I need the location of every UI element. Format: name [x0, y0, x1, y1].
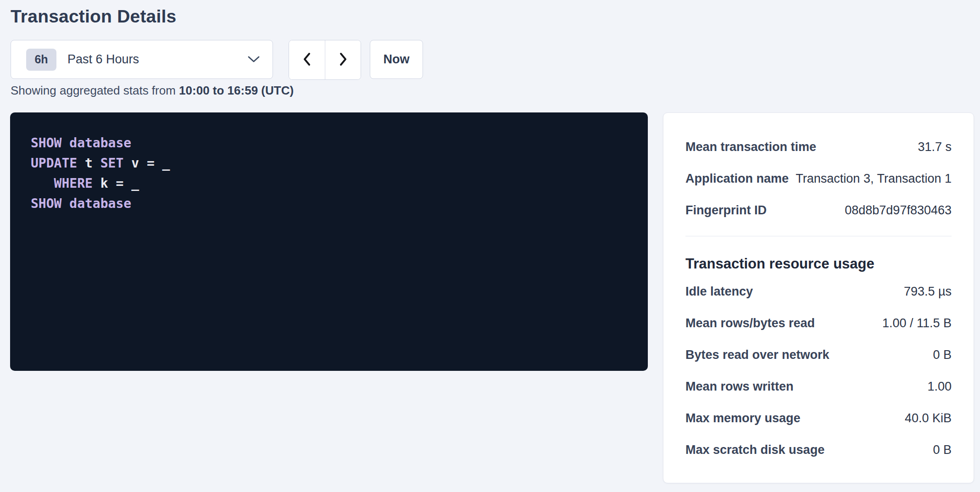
stat-value: 793.5 µs: [904, 285, 952, 299]
transaction-sql-box: SHOW database UPDATE t SET v = _ WHERE k…: [10, 112, 648, 371]
sql-statements: SHOW database UPDATE t SET v = _ WHERE k…: [31, 133, 629, 214]
stat-label: Mean transaction time: [685, 140, 816, 154]
sql-text: v = _: [123, 156, 170, 171]
sql-keyword: SHOW: [31, 196, 61, 211]
stat-value: 1.00 / 11.5 B: [882, 316, 952, 330]
resource-rows: Idle latency793.5 µsMean rows/bytes read…: [685, 276, 952, 466]
stat-value: 0 B: [933, 443, 952, 457]
page-title: Transaction Details: [11, 6, 176, 27]
stat-row: Application nameTransaction 3, Transacti…: [685, 163, 952, 195]
sql-keyword: database: [69, 196, 131, 211]
sql-text: [61, 196, 69, 211]
time-picker-toolbar: 6h Past 6 Hours Now: [11, 40, 423, 80]
chevron-down-icon: [248, 56, 260, 63]
stat-value: 0 B: [933, 348, 952, 362]
stat-label: Mean rows written: [685, 380, 794, 394]
sql-keyword: database: [69, 135, 131, 151]
stat-label: Fingerprint ID: [685, 203, 767, 218]
chevron-right-icon: [338, 52, 349, 68]
resource-usage-heading: Transaction resource usage: [685, 256, 952, 272]
caption-time-range: 10:00 to 16:59 (UTC): [179, 84, 294, 97]
panel-divider: [685, 236, 952, 236]
stat-row: Bytes read over network0 B: [685, 339, 952, 371]
stat-row: Mean rows/bytes read1.00 / 11.5 B: [685, 308, 952, 339]
time-range-label: Past 6 Hours: [67, 52, 139, 67]
stat-label: Max scratch disk usage: [685, 443, 824, 457]
stat-label: Idle latency: [685, 285, 753, 299]
stat-value: 31.7 s: [918, 140, 952, 154]
sql-text: [61, 135, 69, 151]
sql-keyword: UPDATE: [31, 156, 77, 171]
stat-row: Mean transaction time31.7 s: [685, 131, 952, 163]
stat-value: Transaction 3, Transaction 1: [796, 172, 952, 186]
stat-value: 08d8b7d97f830463: [845, 203, 952, 218]
time-range-dropdown[interactable]: 6h Past 6 Hours: [11, 40, 273, 79]
sql-text: k = _: [93, 176, 139, 191]
time-range-badge: 6h: [26, 49, 56, 71]
stat-row: Max memory usage40.0 KiB: [685, 403, 952, 434]
stat-label: Bytes read over network: [685, 348, 830, 362]
stat-row: Mean rows written1.00: [685, 371, 952, 403]
time-window-nav: [289, 40, 361, 80]
now-button[interactable]: Now: [370, 40, 423, 79]
stat-value: 40.0 KiB: [905, 411, 952, 425]
stat-label: Mean rows/bytes read: [685, 316, 815, 330]
next-window-button[interactable]: [325, 40, 361, 79]
stat-row: Max scratch disk usage0 B: [685, 434, 952, 466]
sql-keyword: SET: [100, 156, 124, 171]
chevron-left-icon: [301, 52, 312, 68]
transaction-summary-panel: Mean transaction time31.7 sApplication n…: [663, 112, 974, 483]
stat-row: Fingerprint ID08d8b7d97f830463: [685, 195, 952, 226]
summary-rows: Mean transaction time31.7 sApplication n…: [685, 131, 952, 226]
sql-keyword: WHERE: [54, 176, 93, 191]
stat-value: 1.00: [927, 380, 952, 394]
stat-label: Application name: [685, 172, 789, 186]
sql-text: [31, 176, 54, 191]
sql-text: t: [77, 156, 100, 171]
stat-label: Max memory usage: [685, 411, 801, 425]
aggregated-stats-caption: Showing aggregated stats from 10:00 to 1…: [11, 84, 294, 98]
stat-row: Idle latency793.5 µs: [685, 276, 952, 308]
previous-window-button[interactable]: [289, 40, 325, 79]
sql-keyword: SHOW: [31, 135, 61, 151]
